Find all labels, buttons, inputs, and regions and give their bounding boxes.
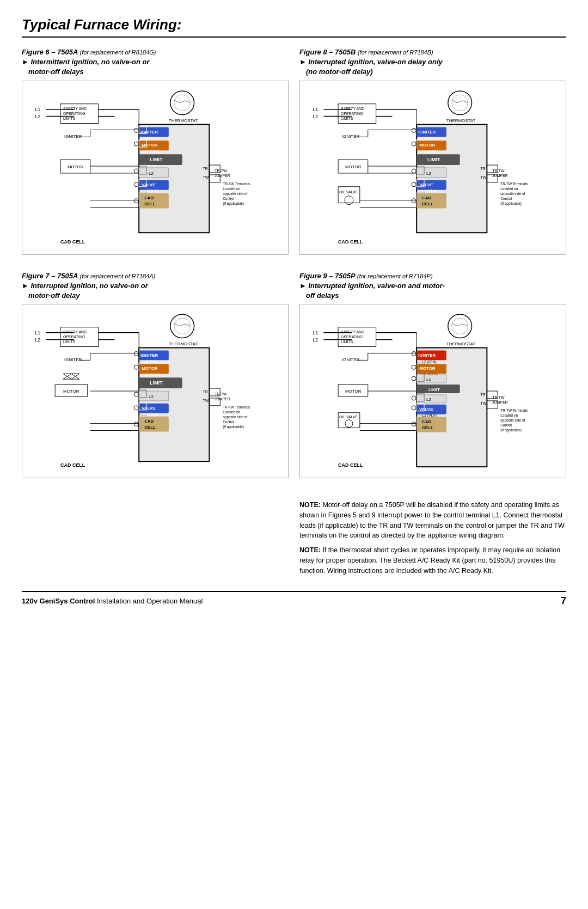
svg-point-199 (134, 422, 138, 426)
note-2-text: If the thermostat short cycles or operat… (299, 546, 560, 575)
svg-point-269 (412, 406, 416, 410)
svg-point-65 (134, 198, 138, 203)
svg-text:LIMIT: LIMIT (428, 387, 440, 392)
figure-9-block: Figure 9 – 7505P (for replacement of R71… (299, 271, 566, 479)
note-2-label: NOTE: (299, 546, 321, 554)
svg-line-15 (185, 100, 191, 102)
svg-text:L1: L1 (313, 106, 318, 112)
svg-point-10 (170, 90, 194, 114)
figure-6-svg: L1 L2 SAFETY AND OPERATING LIMITS THERMO… (22, 81, 288, 254)
svg-point-195 (134, 352, 138, 356)
svg-point-132 (412, 182, 416, 186)
figure-7-number: Figure 7 – 7505A (for replacement of R71… (22, 272, 155, 280)
svg-point-130 (412, 142, 416, 146)
figure-8-title: Figure 8 – 7505B (for replacement of R71… (299, 47, 566, 77)
figure-8-diagram: L1 L2 SAFETY AND OPERATING LIMITS THERMO… (299, 81, 566, 255)
svg-text:TR-TW Terminals: TR-TW Terminals (223, 181, 250, 185)
svg-marker-156 (63, 374, 79, 379)
svg-text:OPERATING: OPERATING (341, 111, 363, 115)
svg-line-213 (452, 324, 457, 326)
svg-text:Located on: Located on (223, 186, 240, 190)
figure-6-block: Figure 6 – 7505A (for replacement of R81… (22, 47, 289, 255)
svg-line-79 (452, 100, 457, 102)
svg-text:OPERATING: OPERATING (63, 335, 85, 339)
figure-8-svg: L1 L2 SAFETY AND OPERATING LIMITS THERMO… (300, 81, 566, 254)
figure-8-bullet1: ► Interrupted ignition, valve-on delay o… (299, 57, 566, 67)
svg-point-144 (170, 314, 194, 338)
svg-point-210 (448, 314, 472, 338)
svg-text:opposite side of: opposite side of (500, 191, 525, 196)
svg-text:TR-TW Terminals: TR-TW Terminals (223, 405, 250, 409)
figure-7-diagram: L1 L2 SAFETY AND OPERATING LIMITS THERMO… (22, 304, 289, 478)
svg-text:IGNITER: IGNITER (64, 357, 82, 362)
svg-point-270 (412, 422, 416, 426)
svg-text:MOTOR: MOTOR (345, 164, 362, 169)
svg-rect-169 (139, 391, 169, 401)
page-title: Typical Furnace Wiring: (22, 16, 566, 38)
svg-text:TR: TR (203, 390, 207, 394)
svg-text:OPERATING: OPERATING (341, 335, 363, 339)
svg-point-129 (412, 128, 416, 132)
svg-text:(If applicable): (If applicable) (223, 425, 244, 429)
svg-text:Located on: Located on (223, 410, 240, 414)
svg-text:L2: L2 (35, 113, 40, 119)
svg-text:CAD CELL: CAD CELL (338, 239, 363, 245)
figure-8-number: Figure 8 – 7505B (for replacement of R71… (299, 48, 433, 56)
footer-brand: 120v GeniSys Control (22, 597, 95, 605)
svg-text:L2 (MTR): L2 (MTR) (144, 150, 160, 154)
svg-text:TR: TR (480, 167, 485, 170)
bottom-figures-row: Figure 7 – 7505A (for replacement of R71… (22, 271, 566, 479)
svg-text:L2: L2 (313, 337, 318, 343)
svg-line-215 (463, 324, 468, 326)
footer-left: 120v GeniSys Control Installation and Op… (22, 597, 203, 605)
svg-text:SAFETY AND: SAFETY AND (63, 330, 87, 334)
svg-rect-234 (416, 375, 446, 383)
svg-point-197 (134, 392, 138, 396)
svg-text:CAD CELL: CAD CELL (60, 239, 85, 245)
svg-line-14 (180, 100, 185, 102)
svg-text:LIMITS: LIMITS (63, 340, 76, 344)
svg-text:IGNITER: IGNITER (140, 130, 158, 135)
svg-text:L2: L2 (313, 113, 318, 119)
figure-7-bullet1: ► Interrupted ignition, no valve-on or (22, 281, 289, 291)
figure-9-title: Figure 9 – 7505P (for replacement of R71… (299, 271, 566, 301)
svg-text:opposite side of: opposite side of (223, 191, 247, 196)
svg-point-223 (345, 420, 353, 428)
figure-7-block: Figure 7 – 7505A (for replacement of R71… (22, 271, 289, 479)
svg-text:L2: L2 (426, 397, 431, 402)
svg-text:TR-TW: TR-TW (215, 392, 227, 396)
svg-point-268 (412, 396, 416, 400)
notes-section: NOTE: Motor-off delay on a 7505P will be… (299, 500, 566, 580)
svg-text:L2: L2 (149, 394, 154, 399)
svg-point-91 (345, 196, 353, 204)
svg-text:LIMITS: LIMITS (63, 116, 76, 120)
svg-text:IGNITER: IGNITER (418, 130, 436, 135)
svg-point-265 (412, 352, 416, 356)
svg-line-13 (174, 100, 180, 102)
svg-text:CAD CELL: CAD CELL (338, 462, 363, 468)
top-figures-row: Figure 6 – 7505A (for replacement of R81… (22, 47, 566, 255)
svg-point-266 (412, 365, 416, 369)
svg-text:Located on: Located on (500, 186, 518, 190)
footer-desc: Installation and Operation Manual (95, 597, 203, 605)
svg-text:LIMIT: LIMIT (150, 157, 163, 162)
figure-7-title: Figure 7 – 7505A (for replacement of R71… (22, 271, 289, 301)
svg-text:LIMITS: LIMITS (341, 340, 353, 344)
figure-9-number: Figure 9 – 7505P (for replacement of R71… (299, 272, 433, 280)
svg-text:L1: L1 (35, 330, 40, 335)
svg-text:TW: TW (203, 399, 209, 402)
svg-text:L2: L2 (426, 170, 431, 175)
svg-point-146 (174, 318, 191, 334)
svg-rect-102 (416, 168, 446, 178)
svg-text:MOTOR: MOTOR (63, 389, 79, 394)
svg-text:OPERATING: OPERATING (63, 111, 85, 115)
svg-text:CELL: CELL (144, 425, 156, 430)
svg-text:(If applicable): (If applicable) (223, 201, 244, 205)
figure-8-block: Figure 8 – 7505B (for replacement of R71… (299, 47, 566, 255)
svg-text:TR-TW: TR-TW (492, 169, 505, 173)
svg-point-198 (134, 406, 138, 410)
svg-text:L1: L1 (426, 377, 431, 382)
svg-text:Control: Control (223, 196, 234, 200)
svg-text:SAFETY AND: SAFETY AND (341, 106, 364, 110)
svg-point-62 (134, 142, 138, 146)
